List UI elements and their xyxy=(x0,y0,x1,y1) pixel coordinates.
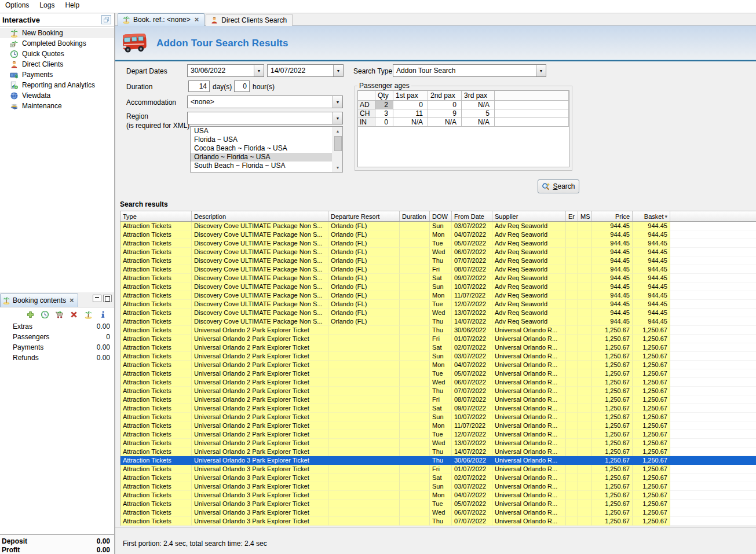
tab-book-ref-none[interactable]: Book. ref.: <none>× xyxy=(118,13,204,26)
tab-close-icon[interactable]: × xyxy=(193,17,199,23)
table-row[interactable]: Attraction TicketsDiscovery Cove ULTIMAT… xyxy=(120,248,756,256)
table-row[interactable]: Attraction TicketsUniversal Orlando 2 Pa… xyxy=(120,439,756,447)
pax-qty-cell[interactable]: 2 xyxy=(375,101,393,109)
results-header-basket[interactable]: Basket▾ xyxy=(633,211,670,221)
accommodation-combo[interactable]: <none> ▼ xyxy=(187,96,343,108)
table-row[interactable]: Attraction TicketsDiscovery Cove ULTIMAT… xyxy=(120,291,756,300)
menu-help[interactable]: Help xyxy=(60,1,85,10)
dropdown-arrow-icon[interactable]: ▼ xyxy=(333,96,342,108)
dropdown-arrow-icon[interactable]: ▼ xyxy=(333,112,342,124)
table-row[interactable]: Attraction TicketsDiscovery Cove ULTIMAT… xyxy=(120,256,756,265)
pax-value-cell[interactable]: 0 xyxy=(393,101,428,109)
pax-qty-cell[interactable]: 3 xyxy=(375,109,393,118)
dropdown-arrow-icon[interactable]: ▼ xyxy=(254,65,264,76)
duration-days-input[interactable] xyxy=(188,80,210,92)
region-combo[interactable]: ▼ xyxy=(187,112,343,124)
results-header-ms[interactable]: MS xyxy=(578,211,592,221)
tab-close-icon[interactable]: × xyxy=(68,298,74,303)
table-row[interactable]: Attraction TicketsUniversal Orlando 3 Pa… xyxy=(120,508,756,517)
depart-date-to-combo[interactable]: 14/07/2022 ▼ xyxy=(267,64,344,77)
sidebar-item-reporting-and-analytics[interactable]: Reporting and Analytics xyxy=(0,80,114,90)
table-row[interactable]: Attraction TicketsUniversal Orlando 2 Pa… xyxy=(120,430,756,439)
delete-icon[interactable] xyxy=(70,310,78,319)
region-option[interactable]: Florida ~ USA xyxy=(191,135,332,144)
table-row[interactable]: Attraction TicketsUniversal Orlando 2 Pa… xyxy=(120,335,756,343)
pax-value-cell[interactable]: N/A xyxy=(462,118,495,127)
duration-hours-input[interactable] xyxy=(234,80,250,92)
table-row[interactable]: Attraction TicketsDiscovery Cove ULTIMAT… xyxy=(120,265,756,274)
table-row[interactable]: Attraction TicketsUniversal Orlando 2 Pa… xyxy=(120,387,756,395)
sidebar-item-quick-quotes[interactable]: Quick Quotes xyxy=(0,49,114,59)
table-row[interactable]: Attraction TicketsDiscovery Cove ULTIMAT… xyxy=(120,239,756,248)
pax-value-cell[interactable]: N/A xyxy=(428,118,462,127)
table-row[interactable]: Attraction TicketsUniversal Orlando 2 Pa… xyxy=(120,421,756,430)
sidebar-item-direct-clients[interactable]: Direct Clients xyxy=(0,59,114,69)
table-row[interactable]: Attraction TicketsUniversal Orlando 2 Pa… xyxy=(120,343,756,352)
scroll-down-icon[interactable]: ▼ xyxy=(334,163,342,172)
pax-row-label[interactable]: AD xyxy=(358,101,375,109)
results-header-departure-resort[interactable]: Departure Resort xyxy=(328,211,400,221)
table-row[interactable]: Attraction TicketsUniversal Orlando 2 Pa… xyxy=(120,378,756,387)
table-row[interactable]: Attraction TicketsUniversal Orlando 2 Pa… xyxy=(120,395,756,404)
region-option[interactable]: USA xyxy=(191,127,332,135)
sidebar-item-maintenance[interactable]: Maintenance xyxy=(0,101,114,111)
palm-island-icon[interactable] xyxy=(84,310,93,319)
cart-icon[interactable] xyxy=(55,310,64,319)
scrollbar-thumb[interactable] xyxy=(334,136,342,151)
quick-quotes-icon[interactable] xyxy=(41,310,49,319)
table-row[interactable]: Attraction TicketsUniversal Orlando 3 Pa… xyxy=(120,517,756,526)
table-row[interactable]: Attraction TicketsUniversal Orlando 3 Pa… xyxy=(120,465,756,474)
pax-value-cell[interactable]: 5 xyxy=(462,109,495,118)
menu-logs[interactable]: Logs xyxy=(34,1,60,10)
table-row[interactable]: Attraction TicketsDiscovery Cove ULTIMAT… xyxy=(120,317,756,326)
pax-row-label[interactable]: IN xyxy=(358,118,375,127)
results-header-price[interactable]: Price xyxy=(592,211,633,221)
pax-value-cell[interactable]: 11 xyxy=(393,109,428,118)
table-row[interactable]: Attraction TicketsUniversal Orlando 2 Pa… xyxy=(120,326,756,335)
scroll-up-icon[interactable]: ▲ xyxy=(334,127,342,135)
table-row[interactable]: Attraction TicketsUniversal Orlando 2 Pa… xyxy=(120,447,756,456)
search-button[interactable]: Search xyxy=(538,179,579,193)
info-icon[interactable] xyxy=(98,310,107,319)
table-row[interactable]: Attraction TicketsUniversal Orlando 2 Pa… xyxy=(120,369,756,378)
sidebar-item-completed-bookings[interactable]: Completed Bookings xyxy=(0,38,114,49)
table-row[interactable]: Attraction TicketsDiscovery Cove ULTIMAT… xyxy=(120,300,756,309)
sidebar-item-new-booking[interactable]: New Booking xyxy=(0,28,114,38)
table-row[interactable]: Attraction TicketsUniversal Orlando 3 Pa… xyxy=(120,482,756,491)
results-header-duration[interactable]: Duration xyxy=(400,211,430,221)
search-type-combo[interactable]: Addon Tour Search ▼ xyxy=(393,64,546,77)
sidebar-item-viewdata[interactable]: Viewdata xyxy=(0,90,114,101)
results-header-er[interactable]: Er xyxy=(566,211,578,221)
restore-panel-icon[interactable] xyxy=(101,15,111,24)
results-header-dow[interactable]: DOW xyxy=(430,211,452,221)
booking-contents-tab[interactable]: Booking contents × xyxy=(0,293,78,307)
table-row[interactable]: Attraction TicketsDiscovery Cove ULTIMAT… xyxy=(120,309,756,317)
table-row[interactable]: Attraction TicketsUniversal Orlando 2 Pa… xyxy=(120,361,756,369)
table-row[interactable]: Attraction TicketsUniversal Orlando 2 Pa… xyxy=(120,352,756,361)
maximize-icon[interactable] xyxy=(103,295,112,302)
region-option[interactable]: Cocoa Beach ~ Florida ~ USA xyxy=(191,144,332,153)
pax-value-cell[interactable]: 9 xyxy=(428,109,462,118)
pax-row-label[interactable]: CH xyxy=(358,109,375,118)
pax-value-cell[interactable]: N/A xyxy=(393,118,428,127)
table-row[interactable]: Attraction TicketsDiscovery Cove ULTIMAT… xyxy=(120,274,756,282)
pax-qty-cell[interactable]: 0 xyxy=(375,118,393,127)
table-row[interactable]: Attraction TicketsUniversal Orlando 3 Pa… xyxy=(120,474,756,482)
table-row[interactable]: Attraction TicketsDiscovery Cove ULTIMAT… xyxy=(120,230,756,239)
region-list-scrollbar[interactable]: ▲ ▼ xyxy=(333,127,342,172)
region-option[interactable]: Orlando ~ Florida ~ USA xyxy=(191,153,332,162)
table-row[interactable]: Attraction TicketsUniversal Orlando 3 Pa… xyxy=(120,456,756,465)
table-row[interactable]: Attraction TicketsUniversal Orlando 3 Pa… xyxy=(120,491,756,500)
dropdown-arrow-icon[interactable]: ▼ xyxy=(536,65,546,76)
results-header-type[interactable]: Type xyxy=(120,211,192,221)
results-header-supplier[interactable]: Supplier xyxy=(492,211,566,221)
table-row[interactable]: Attraction TicketsUniversal Orlando 2 Pa… xyxy=(120,404,756,413)
depart-date-from-combo[interactable]: 30/06/2022 ▼ xyxy=(187,64,264,77)
minimize-icon[interactable] xyxy=(93,295,101,302)
table-row[interactable]: Attraction TicketsUniversal Orlando 3 Pa… xyxy=(120,500,756,508)
plus-icon[interactable] xyxy=(26,310,35,319)
results-header-from-date[interactable]: From Date xyxy=(452,211,492,221)
tab-direct-clients-search[interactable]: Direct Clients Search xyxy=(206,14,293,26)
menu-options[interactable]: Options xyxy=(0,1,34,10)
pax-value-cell[interactable]: N/A xyxy=(462,101,495,109)
